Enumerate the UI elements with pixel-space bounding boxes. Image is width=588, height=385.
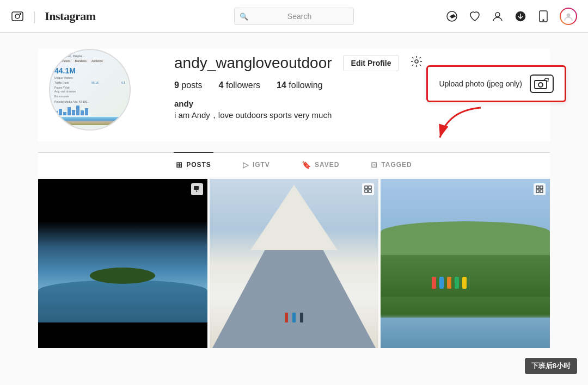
figure-2 [292, 313, 296, 322]
saved-tab-label: SAVED [315, 161, 339, 169]
upload-tooltip-box: Upload photo (jpeg only) + [426, 65, 566, 102]
header-left: | Instagram [11, 9, 200, 24]
svg-point-10 [415, 60, 418, 63]
heart-icon[interactable] [468, 10, 481, 23]
island-shape [90, 268, 155, 284]
profile-avatar-icon[interactable] [560, 8, 577, 25]
hiker-4 [455, 277, 459, 289]
tab-posts[interactable]: ⊞ POSTS [174, 152, 213, 177]
svg-point-1 [15, 14, 20, 18]
hiker-3 [447, 277, 451, 289]
svg-rect-0 [12, 12, 23, 21]
mountain-figures [285, 313, 303, 322]
svg-point-12 [538, 83, 543, 87]
tab-tagged[interactable]: ⊡ TAGGED [369, 152, 414, 177]
compass-icon[interactable] [445, 10, 458, 23]
saved-tab-icon: 🔖 [302, 160, 311, 169]
water-reflection [38, 280, 207, 322]
followers-stat: 4 followers [219, 80, 260, 90]
hikers-row [432, 277, 467, 289]
wechat-watermark: 下班后8小时 [525, 358, 577, 374]
avatar-content: inks, Traffic, Displa... Parameters Back… [50, 50, 130, 129]
instagram-camera-icon [11, 10, 24, 23]
header: | Instagram 🔍 [0, 0, 588, 33]
grid-item-3[interactable] [381, 179, 550, 348]
posts-tab-icon: ⊞ [176, 160, 183, 169]
svg-text:+: + [547, 79, 549, 83]
svg-rect-19 [369, 190, 371, 192]
svg-rect-22 [536, 190, 539, 192]
svg-rect-20 [536, 186, 539, 189]
svg-rect-17 [369, 186, 371, 189]
red-arrow [432, 105, 497, 148]
mountain-snow [250, 185, 338, 250]
instagram-logo: Instagram [45, 9, 95, 23]
header-search: 🔍 [200, 8, 389, 25]
profile-username: andy_wangloveoutdoor [174, 54, 332, 72]
svg-rect-21 [540, 186, 543, 189]
posts-stat: 9 posts [174, 80, 203, 90]
svg-rect-23 [540, 190, 543, 192]
tab-saved[interactable]: 🔖 SAVED [299, 152, 341, 177]
person-icon[interactable] [491, 10, 504, 23]
svg-point-9 [567, 13, 571, 17]
grid-item-overlay-1 [191, 183, 203, 195]
settings-icon[interactable] [410, 55, 423, 71]
posts-grid [38, 179, 550, 348]
posts-tab-label: POSTS [186, 161, 211, 169]
header-icons [388, 8, 577, 25]
svg-point-5 [495, 13, 500, 17]
svg-rect-16 [365, 186, 367, 189]
svg-rect-18 [365, 190, 367, 192]
svg-rect-15 [194, 186, 199, 190]
edit-profile-button[interactable]: Edit Profile [343, 55, 400, 71]
upload-tooltip-wrapper: Upload photo (jpeg only) + [426, 65, 566, 148]
svg-marker-4 [450, 15, 455, 18]
figure-1 [285, 313, 288, 322]
profile-area: inks, Traffic, Displa... Parameters Back… [0, 49, 588, 141]
search-input[interactable] [234, 8, 354, 25]
profile-avatar-img: inks, Traffic, Displa... Parameters Back… [50, 50, 130, 129]
hiker-5 [462, 277, 467, 289]
upload-tooltip-text: Upload photo (jpeg only) [439, 79, 522, 88]
tagged-tab-label: TAGGED [381, 161, 412, 169]
search-icon: 🔍 [240, 12, 248, 20]
header-divider: | [33, 9, 36, 24]
igtv-tab-icon: ▷ [243, 160, 249, 169]
search-container: 🔍 [234, 8, 354, 25]
profile-avatar-large: inks, Traffic, Displa... Parameters Back… [49, 49, 131, 131]
igtv-tab-label: IGTV [253, 161, 270, 169]
svg-point-2 [20, 13, 21, 14]
svg-point-8 [543, 20, 544, 21]
mobile-icon[interactable] [537, 10, 550, 23]
upload-camera-icon[interactable]: + [530, 74, 554, 93]
grid-item-2[interactable] [210, 179, 379, 348]
following-stat: 14 following [277, 80, 323, 90]
download-icon[interactable] [514, 10, 527, 23]
tabs-section: ⊞ POSTS ▷ IGTV 🔖 SAVED ⊡ TAGGED [38, 152, 550, 177]
grid-item-overlay-3 [534, 183, 546, 195]
avatar-inner [561, 9, 576, 24]
figure-3 [300, 313, 303, 322]
grid-item-overlay-2 [362, 183, 374, 195]
grid-item-1[interactable] [38, 179, 207, 348]
tagged-tab-icon: ⊡ [371, 160, 378, 169]
hiker-2 [439, 277, 444, 289]
hiker-1 [432, 277, 436, 289]
tab-igtv[interactable]: ▷ IGTV [241, 152, 272, 177]
